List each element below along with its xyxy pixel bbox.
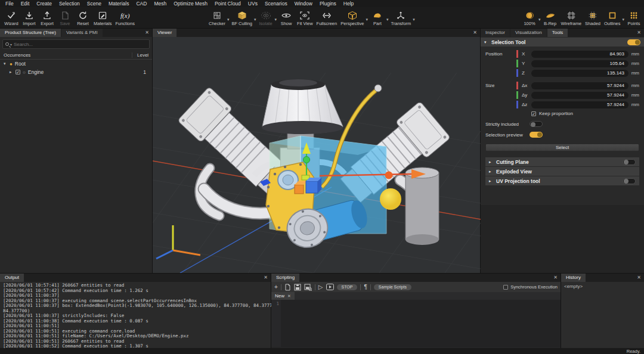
tab-history[interactable]: History [561, 274, 586, 282]
save-script-button[interactable] [294, 284, 301, 291]
wizard-button[interactable]: Wizard [2, 9, 20, 26]
menu-mesh[interactable]: Mesh [150, 1, 170, 7]
scripting-close-icon[interactable]: ✕ [553, 275, 558, 280]
shaded-button[interactable]: Shaded [583, 9, 602, 26]
column-level[interactable]: Level [132, 52, 148, 58]
exploded-view-section[interactable]: ▸ Exploded View [485, 167, 639, 176]
search-filter-caret-icon[interactable]: ▾ [10, 42, 12, 46]
opacity-100-button[interactable]: 100% [521, 9, 538, 26]
tab-product-structure[interactable]: Product Structure (Tree) [0, 29, 61, 37]
selection-tool-header[interactable]: ▾ Selection Tool [481, 38, 644, 46]
synchronous-execution-checkbox[interactable] [503, 285, 508, 290]
cutting-plane-toggle[interactable] [623, 159, 636, 165]
cutting-plane-section[interactable]: ▸ Cutting Plane [485, 157, 639, 166]
bf-culling-button[interactable]: BF Culling [230, 9, 254, 26]
materials-button[interactable]: Materials [92, 9, 113, 26]
structure-panel-close-icon[interactable]: ✕ [145, 30, 149, 35]
brep-button[interactable]: B-Rep [541, 9, 559, 26]
script-tab-close-icon[interactable]: ✕ [287, 294, 291, 299]
checker-button[interactable]: Checker [207, 9, 227, 26]
wireframe-button[interactable]: Wireframe [559, 9, 584, 26]
history-close-icon[interactable]: ✕ [637, 275, 641, 280]
engine-model[interactable] [177, 79, 450, 252]
save-button[interactable]: Save [56, 9, 74, 26]
part-dropdown-icon[interactable]: ▾ [386, 17, 389, 22]
selection-preview-toggle[interactable] [530, 132, 543, 138]
cutting-plane-expand-icon[interactable]: ▸ [489, 160, 496, 164]
viewport-3d[interactable] [153, 37, 481, 273]
stop-button[interactable]: STOP [337, 284, 358, 290]
position-z-input[interactable]: 135.143 [531, 70, 628, 77]
search-input[interactable] [14, 42, 133, 47]
sample-scripts-button[interactable]: Sample Scripts [374, 284, 411, 290]
menu-create[interactable]: Create [33, 1, 55, 7]
fit-view-button[interactable]: Fit View [295, 9, 315, 26]
outlines-button[interactable]: Outlines [602, 9, 623, 26]
save-script-as-button[interactable] [304, 284, 312, 291]
run-script-button[interactable]: ▷ [318, 284, 323, 290]
uv-projection-expand-icon[interactable]: ▸ [489, 179, 496, 184]
menu-plugins[interactable]: Plugins [316, 1, 340, 7]
column-occurrences[interactable]: Occurrences [4, 52, 30, 58]
menu-edit[interactable]: Edit [17, 1, 33, 7]
size-dz-input[interactable]: 57.9244 [531, 101, 628, 108]
reset-button[interactable]: Reset [74, 9, 92, 26]
menu-selection[interactable]: Selection [55, 1, 83, 7]
script-editor[interactable]: 1 [271, 300, 561, 347]
inspector-close-icon[interactable]: ✕ [637, 30, 641, 35]
export-button[interactable]: Export [38, 9, 56, 26]
open-script-button[interactable] [284, 284, 291, 291]
tab-variants-pmi[interactable]: Variants & PMI [61, 29, 103, 37]
menu-scenarios[interactable]: Scenarios [261, 1, 291, 7]
new-script-button[interactable]: + [274, 284, 278, 290]
root-collapse-icon[interactable]: ▾ [4, 61, 10, 66]
transform-button[interactable]: Transform [389, 9, 413, 26]
structure-search[interactable]: ▾ [2, 39, 150, 49]
uv-projection-section[interactable]: ▸ UV Projection tool [485, 176, 639, 185]
menu-materials[interactable]: Materials [105, 1, 132, 7]
tab-inspector[interactable]: Inspector [481, 29, 510, 37]
size-dy-input[interactable]: 57.9244 [531, 92, 628, 99]
tree-row-root[interactable]: ▾ ● Root [0, 60, 152, 68]
tab-output[interactable]: Output [0, 274, 24, 282]
viewer-close-icon[interactable]: ✕ [473, 30, 477, 35]
engine-visibility-checkbox[interactable]: ✓ [16, 70, 20, 74]
transform-dropdown-icon[interactable]: ▾ [413, 17, 415, 22]
position-x-input[interactable]: 84.903 [531, 51, 628, 58]
points-button[interactable]: Points [625, 9, 643, 26]
engine-expand-icon[interactable]: ▸ [10, 70, 16, 74]
position-y-input[interactable]: 105.64 [531, 60, 628, 67]
tab-scripting[interactable]: Scripting [271, 274, 299, 282]
menu-scene[interactable]: Scene [83, 1, 105, 7]
import-button[interactable]: Import [20, 9, 38, 26]
menu-uvs[interactable]: UVs [244, 1, 261, 7]
bf-culling-dropdown-icon[interactable]: ▾ [254, 17, 256, 22]
perspective-dropdown-icon[interactable]: ▾ [366, 17, 368, 22]
checker-dropdown-icon[interactable]: ▾ [227, 17, 230, 22]
selection-tool-collapse-icon[interactable]: ▾ [484, 40, 491, 45]
tree-row-engine[interactable]: ▸ ✓ ○ Engine 1 [0, 68, 152, 76]
output-log[interactable]: [2020/06/01 10:57:41] 260667 entities to… [0, 282, 271, 350]
fullscreen-button[interactable]: Fullscreen [315, 9, 339, 26]
exploded-view-expand-icon[interactable]: ▸ [489, 169, 496, 174]
strictly-included-toggle[interactable] [530, 121, 543, 127]
size-dx-input[interactable]: 57.9244 [531, 82, 628, 89]
show-button[interactable]: Show [277, 9, 295, 26]
menu-optimize-mesh[interactable]: Optimize Mesh [170, 1, 211, 7]
isolate-button[interactable]: Isolate [257, 9, 275, 26]
menu-point-cloud[interactable]: Point Cloud [211, 1, 244, 7]
menu-file[interactable]: File [2, 1, 17, 7]
part-button[interactable]: Part [369, 9, 386, 26]
opacity-dropdown-icon[interactable]: ▾ [538, 17, 541, 22]
script-tab-new[interactable]: New ✕ [271, 292, 295, 300]
menu-help[interactable]: Help [340, 1, 357, 7]
run-selection-button[interactable] [326, 284, 334, 290]
isolate-dropdown-icon[interactable]: ▾ [275, 17, 277, 22]
output-close-icon[interactable]: ✕ [264, 275, 268, 280]
select-button[interactable]: Select [485, 144, 639, 151]
menu-window[interactable]: Window [291, 1, 316, 7]
selection-tool-toggle[interactable] [627, 39, 640, 45]
perspective-button[interactable]: Perspective [339, 9, 366, 26]
tab-tools[interactable]: Tools [547, 29, 568, 37]
keep-proportion-checkbox[interactable]: ✓ [531, 111, 536, 116]
